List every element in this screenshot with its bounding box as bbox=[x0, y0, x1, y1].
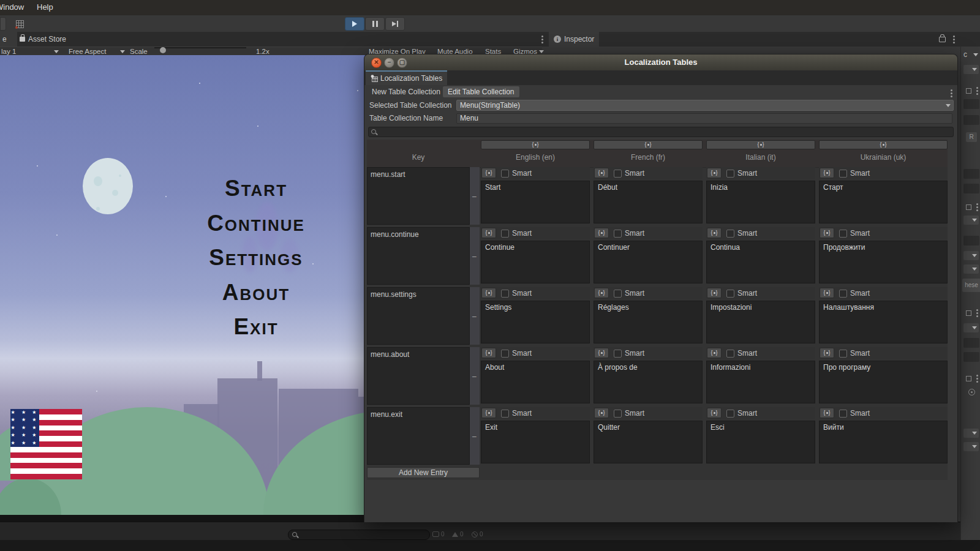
inspector-dropdown[interactable] bbox=[963, 216, 979, 225]
game-menu-item[interactable]: Settings bbox=[183, 241, 330, 276]
target-picker-icon[interactable] bbox=[968, 389, 975, 395]
table-search-input[interactable] bbox=[368, 127, 954, 137]
tool-fragment[interactable] bbox=[0, 17, 6, 31]
game-menu-item[interactable]: About bbox=[183, 276, 330, 310]
locale-settings-button[interactable]: {} bbox=[481, 140, 590, 149]
key-cell[interactable]: menu.settings bbox=[367, 287, 470, 345]
inspector-dropdown[interactable] bbox=[963, 323, 979, 332]
locale-settings-button[interactable]: {} bbox=[594, 140, 703, 149]
metadata-button[interactable]: {} bbox=[481, 408, 496, 418]
smart-checkbox[interactable] bbox=[726, 350, 734, 358]
key-cell[interactable]: menu.exit bbox=[367, 407, 470, 465]
inspector-field[interactable] bbox=[963, 184, 979, 193]
game-menu-item[interactable]: Exit bbox=[183, 310, 330, 345]
metadata-button[interactable]: {} bbox=[481, 288, 496, 298]
tab-inspector[interactable]: Inspector bbox=[549, 32, 599, 47]
translation-text-input[interactable]: Continua bbox=[706, 241, 815, 283]
metadata-button[interactable]: {} bbox=[820, 408, 834, 418]
smart-checkbox[interactable] bbox=[614, 170, 622, 178]
smart-checkbox[interactable] bbox=[614, 410, 622, 418]
translation-text-input[interactable]: Informazioni bbox=[706, 361, 815, 403]
remove-entry-button[interactable]: – bbox=[470, 167, 480, 225]
translation-text-input[interactable]: Quitter bbox=[594, 421, 703, 463]
tab-localization-tables[interactable]: Localization Tables bbox=[366, 70, 447, 85]
smart-checkbox[interactable] bbox=[726, 290, 734, 298]
key-cell[interactable]: menu.start bbox=[367, 167, 470, 225]
metadata-button[interactable]: {} bbox=[594, 288, 609, 298]
remove-entry-button[interactable]: – bbox=[470, 227, 480, 285]
scale-slider-track[interactable] bbox=[154, 47, 246, 48]
metadata-button[interactable]: {} bbox=[707, 408, 722, 418]
translation-text-input[interactable]: À propos de bbox=[594, 361, 703, 403]
inspector-dropdown[interactable] bbox=[963, 264, 979, 274]
smart-checkbox[interactable] bbox=[839, 230, 847, 238]
smart-checkbox[interactable] bbox=[614, 230, 622, 238]
key-column-header[interactable]: Key bbox=[367, 153, 470, 162]
metadata-button[interactable]: {} bbox=[820, 168, 834, 178]
r-button[interactable]: R bbox=[966, 132, 977, 142]
translation-text-input[interactable]: Exit bbox=[481, 421, 590, 463]
tab-asset-store[interactable]: Asset Store bbox=[15, 32, 71, 47]
add-new-entry-button[interactable]: Add New Entry bbox=[367, 467, 480, 478]
metadata-button[interactable]: {} bbox=[820, 228, 834, 238]
translation-text-input[interactable]: Réglages bbox=[594, 301, 703, 343]
us-flag-graphic[interactable] bbox=[10, 409, 82, 479]
game-menu-item[interactable]: Continue bbox=[183, 206, 330, 241]
translation-text-input[interactable]: Inizia bbox=[706, 181, 815, 223]
translation-text-input[interactable]: Continue bbox=[481, 241, 590, 283]
metadata-button[interactable]: {} bbox=[707, 228, 722, 238]
console-warning-count[interactable]: 0 bbox=[452, 531, 464, 538]
translation-text-input[interactable]: Début bbox=[594, 181, 703, 223]
translation-text-input[interactable]: Esci bbox=[706, 421, 815, 463]
smart-checkbox[interactable] bbox=[839, 290, 847, 298]
inspector-dropdown[interactable] bbox=[963, 251, 979, 260]
locale-settings-button[interactable]: {} bbox=[819, 140, 948, 149]
remove-entry-button[interactable]: – bbox=[470, 287, 480, 345]
window-titlebar[interactable]: ✕ – ▢ Localization Tables bbox=[364, 54, 957, 70]
metadata-button[interactable]: {} bbox=[707, 168, 722, 178]
collection-name-input[interactable]: Menu bbox=[456, 113, 952, 124]
inspector-field[interactable] bbox=[963, 99, 979, 109]
translation-text-input[interactable]: Settings bbox=[481, 301, 590, 343]
metadata-button[interactable]: {} bbox=[594, 228, 609, 238]
key-cell[interactable]: menu.continue bbox=[367, 227, 470, 285]
inspector-header-icons[interactable] bbox=[966, 203, 978, 211]
translation-text-input[interactable]: Налаштування bbox=[819, 301, 948, 343]
play-button[interactable] bbox=[345, 17, 364, 31]
inspector-field[interactable] bbox=[963, 352, 979, 362]
locale-settings-button[interactable]: {} bbox=[706, 140, 815, 149]
locale-column-header[interactable]: Italian (it) bbox=[706, 153, 815, 162]
edit-table-collection-button[interactable]: Edit Table Collection bbox=[443, 86, 519, 97]
inspector-lock-icon[interactable] bbox=[939, 37, 946, 42]
metadata-button[interactable]: {} bbox=[594, 168, 609, 178]
smart-checkbox[interactable] bbox=[501, 170, 509, 178]
smart-checkbox[interactable] bbox=[839, 350, 847, 358]
metadata-button[interactable]: {} bbox=[481, 168, 496, 178]
inspector-dropdown[interactable] bbox=[963, 442, 979, 451]
pause-button[interactable] bbox=[365, 17, 385, 31]
game-menu-item[interactable]: Start bbox=[183, 171, 330, 206]
metadata-button[interactable]: {} bbox=[594, 408, 609, 418]
locale-column-header[interactable]: French (fr) bbox=[594, 153, 703, 162]
scale-slider-knob[interactable] bbox=[160, 47, 166, 53]
smart-checkbox[interactable] bbox=[726, 410, 734, 418]
translation-text-input[interactable]: About bbox=[481, 361, 590, 403]
menu-help[interactable]: Help bbox=[37, 2, 53, 12]
locale-column-header[interactable]: English (en) bbox=[481, 153, 590, 162]
smart-checkbox[interactable] bbox=[501, 410, 509, 418]
translation-text-input[interactable]: Про програму bbox=[819, 361, 948, 403]
inspector-field[interactable] bbox=[963, 338, 979, 348]
smart-checkbox[interactable] bbox=[501, 230, 509, 238]
inspector-field[interactable] bbox=[963, 236, 979, 246]
step-button[interactable] bbox=[385, 17, 405, 31]
remove-entry-button[interactable]: – bbox=[470, 347, 480, 405]
inspector-header-icons[interactable] bbox=[966, 309, 978, 317]
translation-text-input[interactable]: Вийти bbox=[819, 421, 948, 463]
aspect-dropdown[interactable]: Free Aspect bbox=[69, 47, 106, 56]
console-error-count[interactable]: 0 bbox=[472, 531, 483, 538]
key-cell[interactable]: menu.about bbox=[367, 347, 470, 405]
translation-text-input[interactable]: Продовжити bbox=[819, 241, 948, 283]
project-search-input[interactable] bbox=[288, 530, 430, 540]
metadata-button[interactable]: {} bbox=[707, 288, 722, 298]
grid-snap-tool-button[interactable] bbox=[11, 17, 28, 31]
